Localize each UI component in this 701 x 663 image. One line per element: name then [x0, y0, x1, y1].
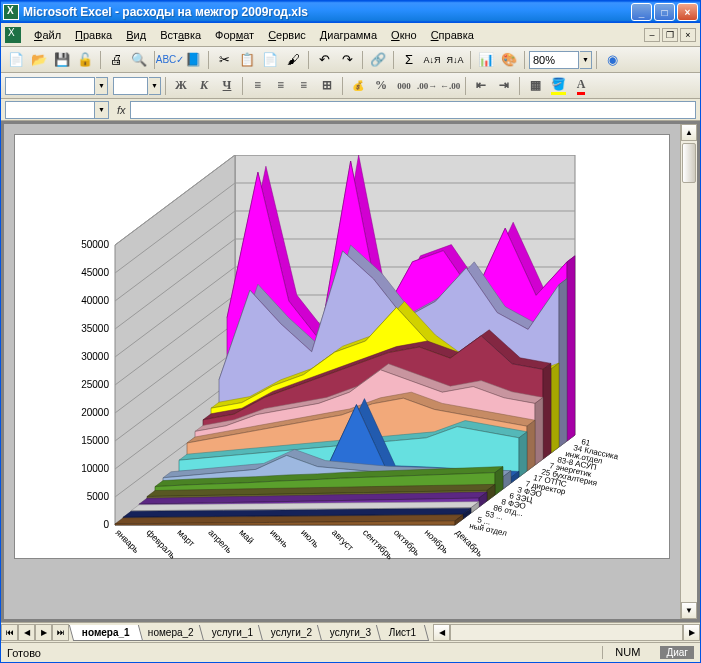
svg-text:15000: 15000: [81, 435, 109, 446]
scroll-down-button[interactable]: ▼: [681, 602, 697, 619]
close-button[interactable]: ×: [677, 3, 698, 21]
underline-button[interactable]: Ч: [216, 75, 238, 97]
tab-last-button[interactable]: ⏭: [52, 624, 69, 641]
vertical-scrollbar[interactable]: ▲ ▼: [680, 124, 697, 619]
align-center-button[interactable]: ≡: [270, 75, 292, 97]
svg-marker-60: [519, 432, 527, 477]
align-right-button[interactable]: ≡: [293, 75, 315, 97]
zoom-dropdown[interactable]: ▼: [580, 51, 592, 69]
horizontal-scrollbar[interactable]: ◀ ▶: [433, 624, 700, 641]
increase-indent-button[interactable]: ⇥: [493, 75, 515, 97]
mdi-minimize-button[interactable]: –: [644, 28, 660, 42]
menu-edit[interactable]: Правка: [68, 26, 119, 44]
hscroll-track[interactable]: [450, 624, 683, 641]
font-name-input[interactable]: [5, 77, 95, 95]
menu-format[interactable]: Формат: [208, 26, 261, 44]
redo-button[interactable]: ↷: [336, 49, 358, 71]
currency-button[interactable]: 💰: [347, 75, 369, 97]
scroll-left-button[interactable]: ◀: [433, 624, 450, 641]
print-button[interactable]: 🖨: [105, 49, 127, 71]
save-button[interactable]: 💾: [51, 49, 73, 71]
tab-prev-button[interactable]: ◀: [18, 624, 35, 641]
menu-insert[interactable]: Вставка: [153, 26, 208, 44]
copy-button[interactable]: 📋: [236, 49, 258, 71]
fill-color-button[interactable]: 🪣: [547, 75, 569, 97]
excel-icon: [3, 4, 19, 20]
tab-next-button[interactable]: ▶: [35, 624, 52, 641]
svg-text:февраль: февраль: [144, 527, 178, 561]
decrease-indent-button[interactable]: ⇤: [470, 75, 492, 97]
zoom-input[interactable]: 80%: [529, 51, 579, 69]
research-button[interactable]: 📘: [182, 49, 204, 71]
sheet-tab-услуги_1[interactable]: услуги_1: [198, 625, 265, 641]
svg-text:октябрь: октябрь: [392, 527, 423, 558]
hyperlink-button[interactable]: 🔗: [367, 49, 389, 71]
menu-window[interactable]: Окно: [384, 26, 424, 44]
increase-decimal-button[interactable]: .00→: [416, 75, 438, 97]
merge-center-button[interactable]: ⊞: [316, 75, 338, 97]
font-size-input[interactable]: [113, 77, 148, 95]
help-button[interactable]: ◉: [601, 49, 623, 71]
formula-input[interactable]: [130, 101, 696, 119]
sheet-tab-Лист1[interactable]: Лист1: [376, 625, 430, 641]
scroll-up-button[interactable]: ▲: [681, 124, 697, 141]
scroll-track[interactable]: [681, 141, 697, 602]
mdi-close-button[interactable]: ×: [680, 28, 696, 42]
svg-marker-57: [527, 420, 535, 471]
decrease-decimal-button[interactable]: ←.00: [439, 75, 461, 97]
spellcheck-button[interactable]: ABC✓: [159, 49, 181, 71]
chart-wizard-button[interactable]: 📊: [475, 49, 497, 71]
align-left-button[interactable]: ≡: [247, 75, 269, 97]
svg-text:30000: 30000: [81, 351, 109, 362]
sheet-tab-номера_1[interactable]: номера_1: [69, 625, 143, 641]
minimize-button[interactable]: _: [631, 3, 652, 21]
drawing-button[interactable]: 🎨: [498, 49, 520, 71]
svg-text:45000: 45000: [81, 267, 109, 278]
sheet-tab-номера_2[interactable]: номера_2: [135, 625, 207, 641]
menu-chart[interactable]: Диаграмма: [313, 26, 384, 44]
autosum-button[interactable]: Σ: [398, 49, 420, 71]
name-box-dropdown[interactable]: ▼: [95, 101, 109, 119]
comma-button[interactable]: 000: [393, 75, 415, 97]
svg-text:август: август: [330, 527, 356, 553]
svg-marker-45: [559, 279, 567, 447]
chart-sheet[interactable]: 0500010000150002000025000300003500040000…: [4, 124, 680, 619]
status-diag: Диаг: [660, 646, 694, 659]
font-color-button[interactable]: A: [570, 75, 592, 97]
mdi-restore-button[interactable]: ❐: [662, 28, 678, 42]
svg-text:апрель: апрель: [206, 527, 234, 555]
paste-button[interactable]: 📄: [259, 49, 281, 71]
menu-view[interactable]: Вид: [119, 26, 153, 44]
print-preview-button[interactable]: 🔍: [128, 49, 150, 71]
undo-button[interactable]: ↶: [313, 49, 335, 71]
menu-help[interactable]: Справка: [424, 26, 481, 44]
font-size-dropdown[interactable]: ▼: [149, 77, 161, 95]
excel-doc-icon[interactable]: [5, 27, 21, 43]
maximize-button[interactable]: □: [654, 3, 675, 21]
new-button[interactable]: 📄: [5, 49, 27, 71]
bold-button[interactable]: Ж: [170, 75, 192, 97]
italic-button[interactable]: К: [193, 75, 215, 97]
name-box[interactable]: [5, 101, 95, 119]
fx-icon[interactable]: fx: [117, 104, 126, 116]
cut-button[interactable]: ✂: [213, 49, 235, 71]
menu-tools[interactable]: Сервис: [261, 26, 313, 44]
sort-desc-button[interactable]: Я↓А: [444, 49, 466, 71]
svg-text:январь: январь: [114, 527, 142, 555]
font-name-dropdown[interactable]: ▼: [96, 77, 108, 95]
open-button[interactable]: 📂: [28, 49, 50, 71]
svg-text:июнь: июнь: [268, 527, 290, 549]
sheet-tab-услуги_2[interactable]: услуги_2: [258, 625, 325, 641]
svg-text:ноябрь: ноябрь: [423, 527, 451, 555]
scroll-right-button[interactable]: ▶: [683, 624, 700, 641]
permissions-button[interactable]: 🔓: [74, 49, 96, 71]
window-title: Microsoft Excel - расходы на межгор 2009…: [23, 5, 631, 19]
tab-first-button[interactable]: ⏮: [1, 624, 18, 641]
sort-asc-button[interactable]: А↓Я: [421, 49, 443, 71]
percent-button[interactable]: %: [370, 75, 392, 97]
borders-button[interactable]: ▦: [524, 75, 546, 97]
scroll-thumb[interactable]: [682, 143, 696, 183]
format-painter-button[interactable]: 🖌: [282, 49, 304, 71]
menu-file[interactable]: ФФайлайл: [27, 26, 68, 44]
sheet-tab-услуги_3[interactable]: услуги_3: [317, 625, 384, 641]
